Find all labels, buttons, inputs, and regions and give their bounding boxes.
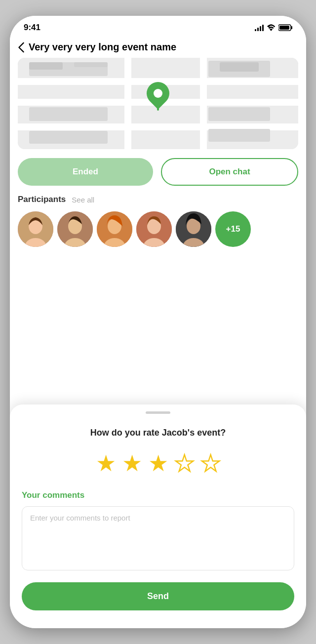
- page-title: Very very very long event name: [29, 41, 176, 53]
- svg-rect-2: [279, 26, 289, 30]
- svg-rect-1: [291, 26, 293, 29]
- participants-label: Participants: [18, 195, 66, 204]
- action-buttons: Ended Open chat: [10, 149, 306, 195]
- status-time: 9:41: [24, 23, 40, 33]
- map-pin: [147, 82, 169, 111]
- phone-shell: 9:41 Very v: [10, 16, 306, 628]
- comments-label: Your comments: [22, 490, 84, 500]
- comments-textarea[interactable]: [22, 506, 294, 570]
- battery-icon: [278, 24, 292, 31]
- header: Very very very long event name: [10, 37, 306, 58]
- see-all-link[interactable]: See all: [72, 196, 94, 204]
- avatar[interactable]: [57, 211, 93, 247]
- bottom-sheet: How do you rate Jacob's event? ★ ★ ★ ★ ★…: [10, 404, 306, 628]
- map-view[interactable]: [18, 58, 298, 149]
- participants-section: Participants See all: [10, 195, 306, 252]
- back-button[interactable]: [18, 42, 25, 53]
- participants-header: Participants See all: [18, 195, 298, 204]
- signal-icon: [255, 24, 264, 31]
- status-bar: 9:41: [10, 16, 306, 37]
- star-5[interactable]: ★: [200, 450, 221, 477]
- send-button[interactable]: Send: [22, 582, 294, 610]
- star-1[interactable]: ★: [96, 450, 116, 477]
- sheet-handle: [146, 411, 170, 414]
- participants-avatars: +15: [18, 211, 298, 247]
- avatar[interactable]: [136, 211, 172, 247]
- wifi-icon: [267, 24, 276, 31]
- star-4[interactable]: ★: [174, 450, 195, 477]
- star-2[interactable]: ★: [122, 450, 142, 477]
- status-icons: [255, 24, 292, 31]
- star-3[interactable]: ★: [148, 450, 168, 477]
- avatar-more[interactable]: +15: [215, 211, 251, 247]
- avatar[interactable]: [18, 211, 53, 247]
- ended-button[interactable]: Ended: [18, 158, 153, 186]
- rating-question: How do you rate Jacob's event?: [90, 428, 226, 438]
- avatar[interactable]: [97, 211, 132, 247]
- open-chat-button[interactable]: Open chat: [161, 158, 298, 186]
- avatar[interactable]: [176, 211, 211, 247]
- stars-row: ★ ★ ★ ★ ★: [96, 450, 221, 477]
